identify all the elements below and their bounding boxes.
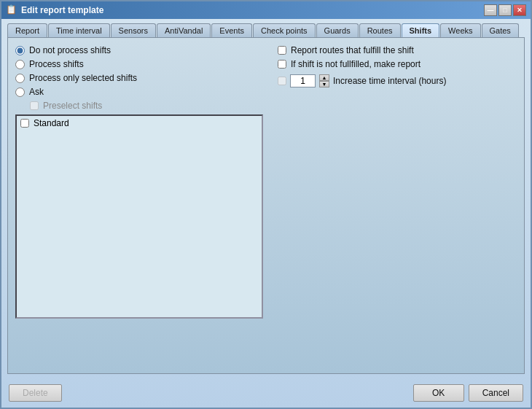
tab-guards[interactable]: Guards <box>316 23 359 37</box>
tab-sensors[interactable]: Sensors <box>111 23 156 37</box>
tab-report[interactable]: Report <box>7 23 47 37</box>
time-interval-checkbox[interactable] <box>278 77 286 85</box>
close-button[interactable]: ✕ <box>513 4 526 16</box>
ok-button[interactable]: OK <box>413 384 464 402</box>
list-item-standard[interactable]: Standard <box>17 116 262 131</box>
spin-down-button[interactable]: ▼ <box>319 81 329 87</box>
spin-buttons: ▲ ▼ <box>319 74 329 87</box>
footer: Delete OK Cancel <box>1 378 531 408</box>
right-column: Report routes that fulfill the shift If … <box>278 45 517 319</box>
preselect-shifts-checkbox[interactable] <box>30 101 39 110</box>
tab-panel-shifts: Do not process shifts Process shifts Pro… <box>7 37 525 374</box>
shift-not-fulfilled-row: If shift is not fullfilled, make report <box>278 59 517 69</box>
window-icon: 📋 <box>6 4 17 16</box>
tab-time-interval[interactable]: Time interval <box>48 23 110 37</box>
radio-process-selected-label: Process only selected shifts <box>29 73 137 83</box>
report-routes-row: Report routes that fulfill the shift <box>278 45 517 55</box>
tab-antivandal[interactable]: AntiVandal <box>157 23 211 37</box>
radio-process-shifts-label: Process shifts <box>29 59 84 69</box>
list-item-standard-label: Standard <box>34 118 69 128</box>
cancel-button[interactable]: Cancel <box>469 384 523 402</box>
radio-process-shifts[interactable]: Process shifts <box>15 59 263 69</box>
footer-right: OK Cancel <box>413 384 523 402</box>
left-column: Do not process shifts Process shifts Pro… <box>15 45 263 319</box>
tab-weeks[interactable]: Weeks <box>440 23 480 37</box>
tab-check-points[interactable]: Check points <box>253 23 316 37</box>
radio-process-selected[interactable]: Process only selected shifts <box>15 73 263 83</box>
preselect-row: Preselect shifts <box>30 101 263 111</box>
report-routes-label: Report routes that fulfill the shift <box>291 45 414 55</box>
list-item-standard-checkbox[interactable] <box>20 119 29 128</box>
time-interval-label: Increase time interval (hours) <box>333 76 446 86</box>
radio-process-shifts-input[interactable] <box>15 60 25 69</box>
title-bar-left: 📋 Edit report template <box>6 4 103 16</box>
tab-gates[interactable]: Gates <box>482 23 519 37</box>
tabs-row: Report Time interval Sensors AntiVandal … <box>7 23 525 37</box>
shifts-list[interactable]: Standard <box>15 114 263 319</box>
shift-not-fulfilled-checkbox[interactable] <box>278 60 286 69</box>
time-interval-spinbox[interactable]: 1 <box>290 74 316 87</box>
delete-button[interactable]: Delete <box>9 384 62 402</box>
preselect-shifts-label: Preselect shifts <box>43 101 102 111</box>
radio-ask[interactable]: Ask <box>15 87 263 97</box>
radio-do-not-process[interactable]: Do not process shifts <box>15 45 263 55</box>
radio-ask-label: Ask <box>29 87 44 97</box>
radio-do-not-process-label: Do not process shifts <box>29 45 111 55</box>
content-area: Report Time interval Sensors AntiVandal … <box>1 19 531 378</box>
options-row: Do not process shifts Process shifts Pro… <box>15 45 517 319</box>
maximize-button[interactable]: □ <box>498 4 512 16</box>
shift-not-fulfilled-label: If shift is not fullfilled, make report <box>291 59 420 69</box>
radio-ask-input[interactable] <box>15 87 25 97</box>
report-routes-checkbox[interactable] <box>278 46 286 55</box>
radio-process-selected-input[interactable] <box>15 74 25 83</box>
main-window: 📋 Edit report template — □ ✕ Report Time… <box>0 0 532 409</box>
tab-shifts[interactable]: Shifts <box>402 23 440 37</box>
spin-up-button[interactable]: ▲ <box>319 74 329 81</box>
window-title: Edit report template <box>21 5 103 15</box>
tab-events[interactable]: Events <box>211 23 252 37</box>
time-interval-row: 1 ▲ ▼ Increase time interval (hours) <box>278 74 517 87</box>
minimize-button[interactable]: — <box>484 4 497 16</box>
radio-do-not-process-input[interactable] <box>15 46 25 55</box>
title-buttons: — □ ✕ <box>484 4 526 16</box>
title-bar: 📋 Edit report template — □ ✕ <box>1 1 531 19</box>
tab-routes[interactable]: Routes <box>359 23 401 37</box>
